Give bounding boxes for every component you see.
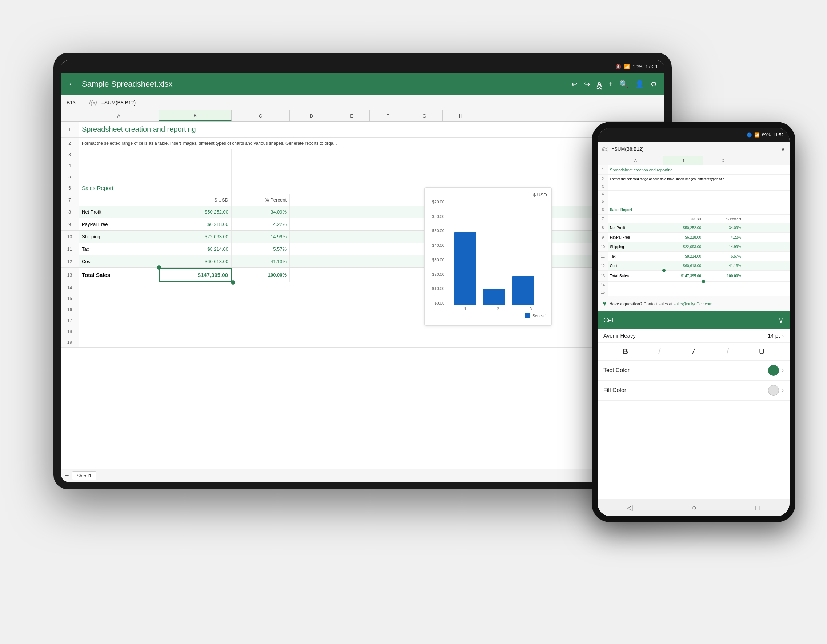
phone-desc-cell: Format the selected range of cells as a … [609,175,743,183]
table-row: 10 Shipping $22,093.00 14.99% [61,231,665,243]
table-row: 1 Spreadsheet creation and reporting [61,122,665,138]
table-row: 11 Tax $8,214.00 5.57% [61,243,665,255]
phone-cell-panel-header[interactable]: Cell ∨ [598,311,790,329]
bar-1 [454,232,476,305]
pct-cost: 41.13% [232,255,290,267]
table-row: 4 [598,191,790,198]
font-name-label[interactable]: Avenir Heavy [603,333,636,339]
usd-tax: $8,214.00 [159,243,232,255]
sheet-tab[interactable]: Sheet1 [72,471,97,480]
table-row: 11 Tax $8,214.00 5.57% [598,252,790,261]
row-num-header [61,110,79,121]
row-num-1: 1 [61,122,79,137]
table-row: 5 [598,198,790,205]
cell-panel-title: Cell [603,317,615,324]
table-row: 14 [598,281,790,289]
col-header-g: G [406,110,443,121]
label-total-sales: Total Sales [79,268,159,282]
row-num-7: 7 [61,194,79,206]
nav-home-icon[interactable]: ○ [692,503,696,512]
x-axis-labels: 1 2 3 [429,307,547,311]
add-sheet-button[interactable]: + [65,472,69,480]
bar-2 [483,289,505,305]
redo-icon[interactable]: ↪ [584,80,590,88]
phone-statusbar: 🔵 📶 89% 11:52 [598,128,790,142]
tablet-statusbar: 🔇 📶 29% 17:23 [61,60,665,73]
heart-icon: ♥ [602,300,607,308]
usd-shipping: $22,093.00 [159,231,232,243]
time-label: 17:23 [645,64,657,69]
table-row: 2 Format the selected range of cells as … [61,138,665,149]
pct-total-sales: 100.00% [232,268,290,282]
settings-icon[interactable]: ⚙ [651,80,657,88]
user-icon[interactable]: 👤 [635,80,644,88]
phone-sales-label: Sales Report [609,205,663,214]
text-color-row: Text Color › [598,361,790,381]
phone-screen: 🔵 📶 89% 11:52 f(x) =SUM(B8:B12) ∨ A B C [598,128,790,516]
text-color-swatch[interactable] [768,365,779,376]
format-row: B / / / U [598,343,790,361]
bar-chart [446,200,547,305]
search-icon[interactable]: 🔍 [619,80,629,88]
fill-color-arrow[interactable]: › [782,387,784,394]
title-cell[interactable]: Spreadsheet creation and reporting [79,122,377,137]
table-row: 13 Total Sales $147,395.00 100.00% [61,268,665,282]
cell-panel-chevron[interactable]: ∨ [778,316,784,325]
row-num-2: 2 [61,138,79,149]
mute-icon: 🔇 [615,64,621,69]
table-row: 3 [61,149,665,160]
table-row: 15 [61,293,665,304]
usd-net-profit: $50,252.00 [159,206,232,218]
font-size-arrow[interactable]: › [782,333,784,339]
add-icon[interactable]: + [609,80,613,88]
back-button[interactable]: ← [68,79,76,89]
phone-expand-icon[interactable]: ∨ [781,145,785,152]
table-row: 10 Shipping $22,093.00 14.99% [598,242,790,252]
underline-button[interactable]: U [751,347,773,356]
undo-icon[interactable]: ↩ [571,80,577,88]
phone-total-usd[interactable]: $147,395.00 [663,271,703,281]
battery-label: 29% [633,64,642,69]
nav-back-icon[interactable]: ◁ [627,503,632,512]
text-color-arrow[interactable]: › [782,367,784,374]
phone-col-usd: $ USD [663,215,703,223]
fill-color-swatch[interactable] [768,385,779,396]
usd-cost: $60,618.00 [159,255,232,267]
nav-apps-icon[interactable]: □ [755,503,760,512]
phone-wifi-icon: 📶 [754,133,760,138]
row-num-6: 6 [61,182,79,194]
row-num-10: 10 [61,231,79,243]
table-row: 17 [61,315,665,326]
row-num-8: 8 [61,206,79,218]
label-paypal: PayPal Free [79,218,159,230]
phone-spreadsheet: A B C 1 Spreadsheet creation and reporti… [598,156,790,296]
phone-battery: 89% [762,133,771,138]
row-num-11: 11 [61,243,79,255]
legend-color [525,313,530,318]
row-num-13: 13 [61,268,79,282]
col-header-c: C [232,110,290,121]
phone-title-cell: Spreadsheet creation and reporting [609,165,743,174]
label-cost: Cost [79,255,159,267]
fill-color-right: › [768,385,784,396]
rows-area: 1 Spreadsheet creation and reporting 2 F… [61,122,665,469]
table-row: 8 Net Profit $50,252.00 34.09% [598,224,790,233]
usd-total-sales[interactable]: $147,395.00 [159,268,232,282]
format-divider-1: / [658,346,661,356]
pct-tax: 5.57% [232,243,290,255]
chart-area: $70.00 $60.00 $50.00 $40.00 $30.00 $20.0… [429,200,547,305]
italic-button[interactable]: / [683,347,704,356]
label-shipping: Shipping [79,231,159,243]
col-pct-label: % Percent [232,194,290,206]
table-row: 5 [61,171,665,182]
phone: 🔵 📶 89% 11:52 f(x) =SUM(B8:B12) ∨ A B C [592,122,795,522]
spell-icon[interactable]: A [597,80,602,88]
bold-button[interactable]: B [614,347,636,356]
col-usd-label: $ USD [159,194,232,206]
phone-col-pct: % Percent [703,215,743,223]
table-row: 19 [61,337,665,348]
contact-email[interactable]: sales@onlyoffice.com [674,302,712,306]
table-row: 15 [598,289,790,296]
col-header-b: B [159,110,232,121]
fill-color-label: Fill Color [603,387,626,394]
